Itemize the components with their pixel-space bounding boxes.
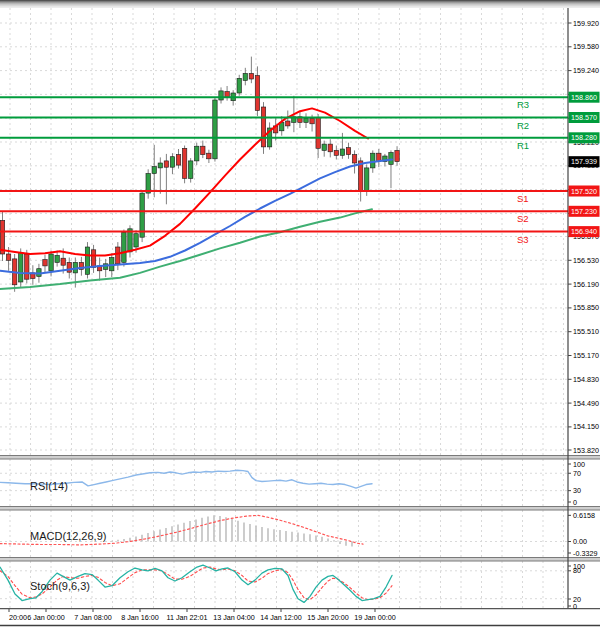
svg-text:R2: R2 [517, 120, 529, 131]
svg-text:R3: R3 [517, 99, 529, 110]
stoch-indicator-label: Stoch(9,6,3) [30, 580, 90, 592]
svg-text:159.240: 159.240 [573, 66, 599, 75]
svg-text:154.150: 154.150 [573, 422, 599, 431]
svg-text:14 Jan 12:00: 14 Jan 12:00 [260, 613, 302, 622]
svg-text:158.860: 158.860 [571, 93, 597, 102]
svg-text:158.570: 158.570 [571, 113, 597, 122]
svg-text:158.280: 158.280 [571, 133, 597, 142]
svg-text:159.580: 159.580 [573, 42, 599, 51]
svg-text:100: 100 [573, 460, 585, 469]
svg-text:156.530: 156.530 [573, 256, 599, 265]
svg-text:156.940: 156.940 [571, 227, 597, 236]
svg-text:159.920: 159.920 [573, 19, 599, 28]
svg-text:156.190: 156.190 [573, 280, 599, 289]
svg-text:30: 30 [573, 486, 581, 495]
price-axis[interactable]: 159.920159.580159.240158.900158.560158.2… [568, 19, 599, 611]
svg-text:S3: S3 [517, 234, 529, 245]
svg-text:20:00: 20:00 [9, 613, 27, 622]
svg-text:154.490: 154.490 [573, 399, 599, 408]
svg-text:0.00: 0.00 [573, 537, 587, 546]
svg-text:8 Jan 16:00: 8 Jan 16:00 [121, 613, 159, 622]
price-tag-boxes: 158.860158.570158.280157.520157.230156.9… [569, 92, 600, 237]
rsi-indicator-label: RSI(14) [30, 480, 68, 492]
svg-text:0: 0 [573, 602, 577, 611]
svg-text:S2: S2 [517, 213, 529, 224]
svg-text:15 Jan 20:00: 15 Jan 20:00 [307, 613, 349, 622]
svg-text:-0.3329: -0.3329 [573, 549, 597, 558]
svg-text:13 Jan 04:00: 13 Jan 04:00 [213, 613, 255, 622]
candles-layer [0, 57, 399, 292]
svg-text:0.6158: 0.6158 [573, 511, 595, 520]
svg-text:153.820: 153.820 [573, 446, 599, 455]
svg-text:19 Jan 00:00: 19 Jan 00:00 [354, 613, 396, 622]
svg-text:155.170: 155.170 [573, 351, 599, 360]
svg-text:6 Jan 00:00: 6 Jan 00:00 [27, 613, 65, 622]
svg-text:155.850: 155.850 [573, 303, 599, 312]
svg-text:0: 0 [573, 498, 577, 507]
svg-text:155.510: 155.510 [573, 327, 599, 336]
svg-text:157.520: 157.520 [571, 187, 597, 196]
svg-text:S1: S1 [517, 193, 529, 204]
svg-text:154.830: 154.830 [573, 375, 599, 384]
svg-text:11 Jan 22:01: 11 Jan 22:01 [166, 613, 207, 622]
svg-text:7 Jan 08:00: 7 Jan 08:00 [74, 613, 112, 622]
time-axis[interactable]: 20:006 Jan 00:007 Jan 08:008 Jan 16:0011… [9, 609, 396, 622]
trading-chart-window: R3R2R1S1S2S3159.920159.580159.240158.900… [0, 0, 600, 631]
svg-text:70: 70 [573, 469, 581, 478]
svg-text:80: 80 [573, 566, 581, 575]
svg-text:R1: R1 [517, 140, 529, 151]
svg-text:157.939: 157.939 [571, 157, 597, 166]
svg-text:157.230: 157.230 [571, 207, 597, 216]
macd-indicator-label: MACD(12,26,9) [30, 530, 106, 542]
